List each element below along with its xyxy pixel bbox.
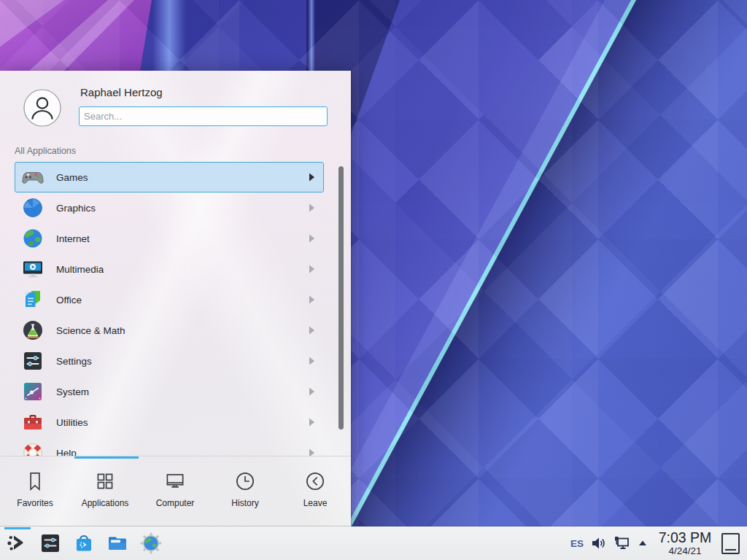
tab-computer[interactable]: Computer — [140, 459, 210, 526]
section-label: All Applications — [15, 146, 76, 156]
sliders-icon — [21, 349, 44, 373]
clock-date: 4/24/21 — [655, 546, 715, 556]
category-label: Settings — [56, 356, 309, 367]
category-item-help[interactable]: Help — [15, 438, 324, 456]
category-item-settings[interactable]: Settings — [15, 346, 324, 376]
discover-bag-icon[interactable] — [73, 526, 95, 560]
system-monitor-icon — [21, 380, 44, 403]
submenu-arrow-icon — [309, 326, 315, 335]
tab-applications[interactable]: Applications — [70, 459, 140, 526]
category-label: Internet — [56, 233, 309, 244]
category-list: Games Graphics — [0, 162, 351, 456]
category-label: System — [56, 386, 309, 397]
user-avatar[interactable] — [23, 89, 61, 127]
globe-gear-icon[interactable] — [140, 526, 162, 560]
category-label: Multimedia — [56, 264, 309, 275]
category-label: Help — [56, 448, 309, 456]
desktop: Raphael Hertzog All Applications Games — [0, 0, 747, 560]
submenu-arrow-icon — [309, 203, 315, 212]
toolbox-icon — [21, 411, 44, 434]
submenu-arrow-icon — [309, 295, 315, 304]
kde-launcher-icon[interactable] — [6, 526, 28, 560]
media-screen-icon — [21, 257, 44, 281]
category-label: Graphics — [56, 203, 309, 214]
submenu-arrow-icon — [309, 448, 315, 456]
tab-label: Applications — [82, 498, 129, 508]
leave-icon — [303, 469, 328, 494]
submenu-arrow-icon — [309, 265, 315, 273]
bookmark-icon — [23, 469, 47, 494]
submenu-arrow-icon — [309, 387, 315, 396]
category-label: Games — [56, 172, 309, 183]
tab-label: Favorites — [17, 498, 53, 508]
gamepad-icon — [21, 166, 44, 189]
history-clock-icon — [233, 469, 258, 494]
tab-favorites[interactable]: Favorites — [0, 459, 70, 526]
show-desktop-button[interactable] — [721, 533, 740, 554]
flask-icon — [21, 319, 44, 342]
category-label: Utilities — [56, 417, 309, 428]
document-icon — [21, 288, 44, 311]
launcher-header: Raphael Hertzog — [0, 71, 351, 136]
scrollbar-thumb[interactable] — [338, 166, 344, 429]
application-launcher: Raphael Hertzog All Applications Games — [0, 71, 351, 526]
computer-icon — [163, 469, 187, 494]
category-item-system[interactable]: System — [15, 376, 324, 407]
clock-time: 7:03 PM — [655, 531, 715, 545]
submenu-arrow-icon — [309, 357, 315, 365]
category-item-internet[interactable]: Internet — [15, 223, 324, 254]
tabbar-separator — [0, 456, 351, 456]
folder-icon[interactable] — [107, 526, 128, 560]
taskbar: ES 7:03 PM 4/24/21 — [0, 526, 747, 560]
paint-ball-icon — [21, 196, 44, 219]
search-input[interactable] — [79, 106, 328, 126]
submenu-arrow-icon — [309, 234, 315, 243]
category-item-office[interactable]: Office — [15, 284, 324, 315]
category-item-science-math[interactable]: Science & Math — [15, 315, 324, 346]
app-grid-icon — [93, 469, 117, 494]
clock[interactable]: 7:03 PM 4/24/21 — [655, 531, 715, 556]
tab-history[interactable]: History — [210, 459, 280, 526]
keyboard-layout-indicator[interactable]: ES — [570, 538, 584, 549]
globe-icon — [21, 227, 44, 250]
submenu-arrow-icon — [309, 418, 315, 427]
taskbar-pinned-apps — [6, 526, 162, 560]
network-icon[interactable] — [613, 534, 630, 552]
lifebuoy-icon — [21, 441, 44, 456]
category-item-graphics[interactable]: Graphics — [15, 192, 324, 223]
system-settings-icon[interactable] — [39, 526, 61, 560]
submenu-arrow-icon — [309, 173, 315, 182]
tab-label: History — [231, 498, 258, 508]
user-name: Raphael Hertzog — [80, 86, 163, 98]
category-item-utilities[interactable]: Utilities — [15, 407, 324, 438]
volume-icon[interactable] — [590, 535, 606, 551]
launcher-tab-bar: Favorites Applications Computer History — [0, 459, 351, 526]
category-item-multimedia[interactable]: Multimedia — [15, 254, 324, 284]
category-label: Office — [56, 295, 309, 306]
active-task-indicator — [4, 527, 31, 529]
category-label: Science & Math — [56, 325, 309, 336]
tab-label: Computer — [156, 498, 195, 508]
category-item-games[interactable]: Games — [15, 162, 324, 192]
system-tray: ES 7:03 PM 4/24/21 — [570, 526, 740, 560]
expand-tray-icon[interactable] — [637, 537, 649, 549]
tab-leave[interactable]: Leave — [280, 459, 350, 526]
tab-label: Leave — [303, 498, 328, 508]
